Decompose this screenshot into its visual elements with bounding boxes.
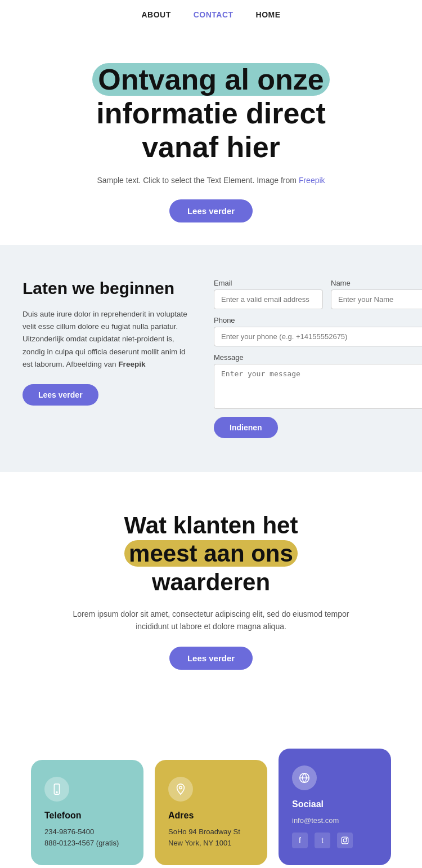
- nav-contact[interactable]: CONTACT: [194, 10, 234, 19]
- card-telefoon: Telefoon 234-9876-5400 888-0123-4567 (gr…: [31, 760, 143, 865]
- globe-icon-container: [292, 765, 317, 790]
- card-telefoon-title: Telefoon: [44, 811, 130, 821]
- hero-title-line3: vanaf hier: [142, 131, 280, 163]
- testimonials-heading-line3: waarderen: [152, 569, 270, 595]
- hero-subtitle: Sample text. Click to select the Text El…: [34, 174, 388, 186]
- form-group-name: Name: [331, 279, 422, 309]
- card-sociaal: Sociaal info@test.com f t: [279, 749, 391, 866]
- form-row-email-name: Email Name: [214, 279, 422, 309]
- svg-point-1: [56, 792, 57, 793]
- contact-section: Laten we beginnen Duis aute irure dolor …: [0, 245, 422, 472]
- cards-section: Telefoon 234-9876-5400 888-0123-4567 (gr…: [0, 698, 422, 868]
- navigation: ABOUT CONTACT HOME: [0, 0, 422, 29]
- location-icon: [174, 783, 187, 795]
- svg-point-2: [179, 786, 182, 789]
- card-sociaal-title: Sociaal: [292, 799, 378, 809]
- phone-input[interactable]: [214, 327, 422, 346]
- testimonials-heading-line1: Wat klanten het: [124, 512, 298, 538]
- hero-title: Ontvang al onze informatie direct vanaf …: [34, 63, 388, 164]
- hero-section: Ontvang al onze informatie direct vanaf …: [0, 29, 422, 245]
- form-group-email: Email: [214, 279, 323, 309]
- card-telefoon-line2: 888-0123-4567 (gratis): [44, 838, 130, 849]
- email-label: Email: [214, 279, 323, 287]
- contact-form: Email Name Phone Message Indienen: [214, 279, 422, 438]
- facebook-icon[interactable]: f: [292, 833, 308, 848]
- phone-label: Phone: [214, 316, 422, 324]
- svg-point-5: [343, 839, 347, 842]
- svg-point-6: [347, 838, 347, 839]
- email-input[interactable]: [214, 290, 323, 309]
- hero-cta-button[interactable]: Lees verder: [169, 199, 253, 222]
- twitter-icon[interactable]: t: [315, 833, 330, 848]
- globe-icon: [298, 772, 311, 784]
- card-adres: Adres SoHo 94 Broadway St New York, NY 1…: [155, 760, 267, 865]
- contact-description: Duis aute irure dolor in reprehenderit i…: [23, 308, 191, 371]
- testimonials-description: Lorem ipsum dolor sit amet, consectetur …: [70, 608, 352, 633]
- phone-icon-container: [44, 777, 69, 802]
- name-label: Name: [331, 279, 422, 287]
- contact-left: Laten we beginnen Duis aute irure dolor …: [23, 279, 191, 406]
- card-telefoon-line1: 234-9876-5400: [44, 826, 130, 838]
- name-input[interactable]: [331, 290, 422, 309]
- submit-button[interactable]: Indienen: [214, 417, 278, 438]
- message-input[interactable]: [214, 364, 422, 409]
- contact-lees-button[interactable]: Lees verder: [23, 384, 98, 406]
- hero-title-line2: informatie direct: [96, 97, 325, 130]
- social-icons-group: f t: [292, 833, 378, 848]
- testimonials-lees-button[interactable]: Lees verder: [169, 647, 253, 670]
- card-sociaal-line1: info@test.com: [292, 815, 378, 826]
- card-adres-title: Adres: [168, 811, 254, 821]
- nav-about[interactable]: ABOUT: [141, 10, 170, 19]
- form-group-message: Message: [214, 353, 422, 409]
- testimonials-heading-highlight: meest aan ons: [124, 540, 298, 567]
- nav-home[interactable]: HOME: [256, 10, 281, 19]
- contact-heading: Laten we beginnen: [23, 279, 191, 298]
- phone-icon: [51, 783, 63, 795]
- instagram-svg: [341, 836, 349, 844]
- freepik-link[interactable]: Freepik: [299, 176, 325, 185]
- message-label: Message: [214, 353, 422, 362]
- hero-title-line1: Ontvang al onze: [92, 63, 330, 96]
- testimonials-section: Wat klanten het meest aan ons waarderen …: [0, 472, 422, 698]
- location-icon-container: [168, 777, 193, 802]
- form-group-phone: Phone: [214, 316, 422, 346]
- card-adres-line1: SoHo 94 Broadway St New York, NY 1001: [168, 826, 254, 848]
- testimonials-heading: Wat klanten het meest aan ons waarderen: [124, 511, 298, 597]
- svg-rect-4: [342, 837, 348, 844]
- instagram-icon[interactable]: [337, 833, 353, 848]
